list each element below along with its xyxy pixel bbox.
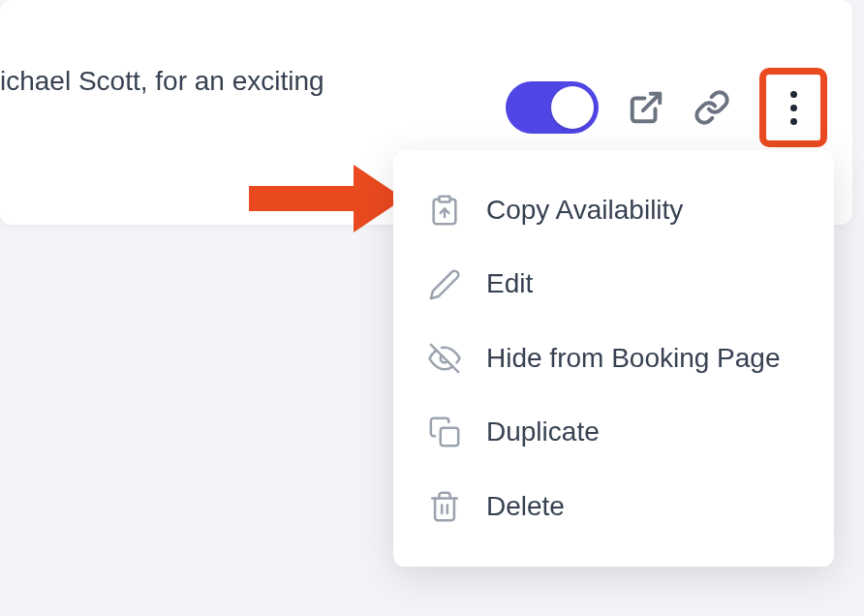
- card-actions: [506, 68, 827, 147]
- menu-label: Copy Availability: [486, 193, 683, 228]
- menu-label: Hide from Booking Page: [486, 341, 781, 376]
- copy-icon: [428, 416, 461, 448]
- more-icon: [790, 91, 797, 125]
- menu-item-copy-availability[interactable]: Copy Availability: [393, 173, 834, 247]
- svg-line-0: [643, 94, 660, 110]
- toggle-knob: [551, 86, 594, 129]
- enable-toggle[interactable]: [506, 81, 599, 134]
- card-description: ichael Scott, for an exciting: [0, 66, 324, 97]
- open-external-button[interactable]: [628, 89, 664, 126]
- svg-line-4: [431, 345, 458, 372]
- clipboard-paste-icon: [428, 194, 461, 227]
- menu-item-hide-booking[interactable]: Hide from Booking Page: [393, 322, 834, 395]
- copy-link-button[interactable]: [694, 89, 730, 126]
- menu-label: Edit: [486, 266, 533, 301]
- options-dropdown: Copy Availability Edit Hide from Booking…: [393, 150, 834, 567]
- menu-label: Duplicate: [486, 415, 600, 449]
- menu-item-duplicate[interactable]: Duplicate: [393, 395, 834, 469]
- svg-rect-3: [439, 197, 449, 202]
- link-icon: [694, 89, 730, 126]
- pencil-icon: [428, 268, 461, 301]
- external-link-icon: [628, 89, 664, 126]
- menu-item-delete[interactable]: Delete: [393, 470, 834, 543]
- more-options-button[interactable]: [759, 68, 827, 147]
- trash-icon: [428, 490, 461, 523]
- eye-off-icon: [428, 342, 461, 375]
- menu-label: Delete: [486, 489, 565, 524]
- menu-item-edit[interactable]: Edit: [393, 247, 834, 321]
- svg-rect-5: [441, 428, 458, 446]
